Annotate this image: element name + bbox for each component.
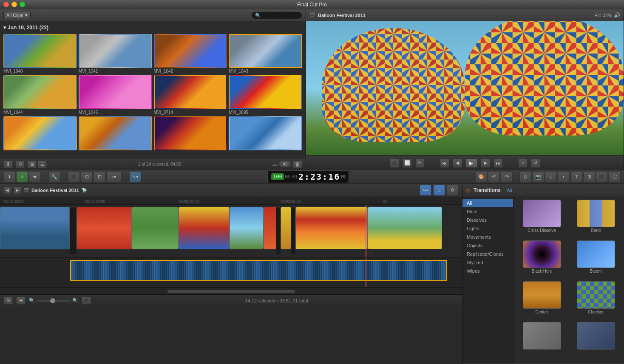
grid-view-button[interactable]: ▦ [27,161,37,168]
filter-all-button[interactable]: All [279,161,291,167]
bottom-section: ◀ ▶ 🎬 Balloon Festival 2011 📡 ⟺ ♫ ⚙ 00:0… [0,183,624,364]
connection-button[interactable]: ⊟ [3,297,13,305]
transition-placeholder-2[interactable] [570,322,621,360]
category-lights[interactable]: Lights [462,224,513,233]
inspector-button[interactable]: ⓘ [609,171,621,182]
transitions-button[interactable]: ⬛ [596,171,608,182]
settings-button[interactable]: ⚙ [15,161,25,168]
transition-bloom[interactable]: Bloom [570,240,621,279]
category-replicator[interactable]: Replicator/Clones [462,250,513,258]
maximize-button[interactable] [20,2,25,7]
play-button[interactable]: ▶ [465,158,477,168]
position-button[interactable]: ⊞ [81,171,93,182]
table-row[interactable] [132,207,179,249]
connect-button[interactable]: ⊟ [519,171,531,182]
transition-band[interactable]: Band [570,200,621,238]
list-item[interactable]: MVI_0895 [229,75,302,115]
list-item[interactable]: MVI_1045 [79,75,152,115]
timecode-display[interactable]: 100 00:01 2:23:16 FR [267,170,349,183]
list-item[interactable]: MVI_0714 [154,75,227,115]
list-item[interactable] [154,116,227,151]
list-item[interactable] [229,116,302,151]
list-item[interactable]: MVI_1040 [3,34,77,73]
timeline-forward-button[interactable]: ▶ [14,186,21,194]
table-row[interactable] [230,207,264,249]
text-button[interactable]: T [570,171,582,182]
add-button[interactable]: + [16,171,28,182]
undo-button[interactable]: ↶ [488,171,500,182]
balloon-left [322,28,465,142]
select-arrow-button[interactable]: ↖▾ [129,171,141,182]
step-forward-button[interactable]: ▶ [481,158,490,168]
zoom-slider[interactable] [37,300,71,302]
category-stylized[interactable]: Stylized [462,258,513,267]
timeline-zoom-in-button[interactable]: ⟺ [420,185,431,196]
crop-button[interactable]: ⬛ [390,158,399,168]
transition-center[interactable]: Center [516,281,567,319]
minimize-button[interactable] [11,2,17,7]
category-dissolves[interactable]: Dissolves [462,216,513,224]
import-clip-button[interactable]: ⬇ [3,171,15,182]
import-button[interactable]: ⬇ [3,161,13,168]
effects-button[interactable]: ⊞ [583,171,595,182]
blade-button[interactable]: ⬛ [68,171,80,182]
fullscreen-button[interactable]: ⤢ [518,158,528,168]
list-item[interactable]: MVI_1042 [154,34,227,73]
list-item[interactable] [3,116,77,151]
timeline-list-button[interactable]: ☰ [16,297,26,305]
trim-button[interactable]: ≡▾ [106,171,122,182]
table-row[interactable] [295,207,368,249]
category-movements[interactable]: Movements [462,233,513,241]
scroll-thumb[interactable] [167,290,295,293]
category-objects[interactable]: Objects [462,241,513,250]
snapshot-button[interactable]: 📷 [532,171,544,182]
timeline-settings-button[interactable]: ⚙ [447,185,459,196]
redo-button[interactable]: ↷ [501,171,513,182]
transitions-all-link[interactable]: All [507,188,512,193]
timeline-audio-button[interactable]: ♫ [433,185,445,196]
color-board-button[interactable]: 🎨 [475,171,487,182]
favorite-button[interactable]: ★ [29,171,41,182]
timeline-back-button[interactable]: ◀ [3,186,11,194]
prev-frame-button[interactable]: ⏮ [440,158,449,168]
table-row[interactable] [264,207,276,249]
search-input[interactable] [251,11,302,19]
timeline-scrollbar[interactable] [0,288,462,294]
category-wipes[interactable]: Wipes [462,267,513,275]
list-item[interactable]: MVI_1041 [79,34,152,73]
transition-cross-dissolve[interactable]: Cross Dissolve [516,200,567,238]
clip-thumbnail [229,116,302,150]
audio-button[interactable]: ♫ [545,171,557,182]
table-row[interactable] [368,207,442,249]
zoom-out-icon[interactable]: 🔍 [29,298,35,303]
transition-placeholder-1[interactable] [516,322,567,360]
close-button[interactable] [3,2,9,7]
list-item[interactable] [79,116,152,151]
table-row[interactable] [281,207,291,249]
clips-dropdown[interactable]: All Clips ▾ [3,11,31,19]
list-item[interactable]: MVI_1043 [229,34,302,73]
analyze-button[interactable]: 🔧 [48,171,60,182]
table-row[interactable] [179,207,230,249]
clip-thumbnail [79,75,152,109]
table-row[interactable] [77,207,132,249]
video-scope-button[interactable]: ▪ [558,171,570,182]
layout-button[interactable]: ⬛ [82,297,91,305]
refresh-button[interactable]: ↺ [531,158,540,168]
timeline-status: 14:12 selected - 03:51:01 total [94,298,459,303]
transition-checker[interactable]: Checker [570,281,621,319]
zoom-in-icon[interactable]: 🔍 [72,298,78,303]
list-view-button[interactable]: ☰ [37,161,47,168]
timeline-panel: ◀ ▶ 🎬 Balloon Festival 2011 📡 ⟺ ♫ ⚙ 00:0… [0,183,462,364]
list-item[interactable]: MVI_1044 [3,75,77,115]
category-blurs[interactable]: Blurs [462,207,513,216]
range-button[interactable]: ⊟ [94,171,105,182]
transform-button[interactable]: ⬜ [403,158,412,168]
table-row[interactable] [0,207,70,249]
category-all[interactable]: All [462,199,513,207]
next-frame-button[interactable]: ⏭ [494,158,503,168]
step-back-button[interactable]: ◀ [453,158,462,168]
filter-action-button[interactable]: 🗑 [293,161,302,168]
transition-black-hole[interactable]: Black Hole [516,240,567,279]
trim-button[interactable]: ✂ [415,158,425,168]
